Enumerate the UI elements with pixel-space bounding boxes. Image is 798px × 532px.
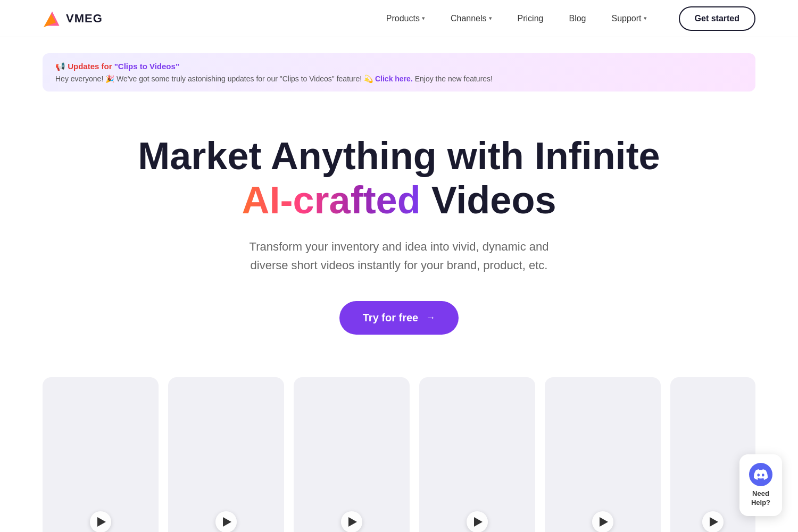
- nav-link-products[interactable]: Products ▾: [376, 10, 436, 28]
- play-button-6[interactable]: [702, 511, 724, 532]
- nav-links: Products ▾ Channels ▾ Pricing Blog Suppo…: [376, 10, 658, 28]
- video-grid: [0, 367, 798, 532]
- arrow-right-icon: →: [426, 312, 435, 323]
- nav-cta: Get started: [679, 6, 755, 31]
- nav-item-blog[interactable]: Blog: [558, 10, 596, 28]
- announcement-banner[interactable]: 📢 Updates for "Clips to Videos" Hey ever…: [43, 53, 755, 92]
- discord-label: NeedHelp?: [751, 489, 770, 508]
- announcement-body: Hey everyone! 🎉 We've got some truly ast…: [55, 74, 743, 83]
- video-card-4: [419, 377, 535, 532]
- hero-section: Market Anything with Infinite AI-crafted…: [0, 92, 798, 367]
- video-card-3: [294, 377, 410, 532]
- nav-item-products[interactable]: Products ▾: [376, 10, 436, 28]
- video-card-5: [545, 377, 661, 532]
- announcement-title: 📢 Updates for "Clips to Videos": [55, 62, 743, 71]
- discord-icon: [749, 463, 772, 486]
- nav-link-support[interactable]: Support ▾: [601, 10, 657, 28]
- nav-item-channels[interactable]: Channels ▾: [440, 10, 503, 28]
- announcement-click-link[interactable]: Click here.: [375, 74, 413, 83]
- announcement-icon: 📢: [55, 62, 65, 71]
- chevron-down-icon: ▾: [422, 15, 425, 22]
- try-for-free-button[interactable]: Try for free →: [339, 301, 459, 335]
- nav-item-pricing[interactable]: Pricing: [507, 10, 554, 28]
- logo-icon: [43, 9, 62, 28]
- play-button-3[interactable]: [341, 511, 362, 532]
- get-started-button[interactable]: Get started: [679, 6, 755, 31]
- navbar: VMEG Products ▾ Channels ▾ Pricing Blog: [0, 0, 798, 37]
- play-button-5[interactable]: [592, 511, 613, 532]
- nav-item-support[interactable]: Support ▾: [601, 10, 657, 28]
- video-card-1: [43, 377, 159, 532]
- discord-widget[interactable]: NeedHelp?: [739, 454, 782, 516]
- nav-link-pricing[interactable]: Pricing: [507, 10, 554, 28]
- video-card-2: [168, 377, 284, 532]
- nav-link-blog[interactable]: Blog: [558, 10, 596, 28]
- hero-subtext: Transform your inventory and idea into v…: [245, 237, 553, 275]
- play-button-1[interactable]: [90, 511, 111, 532]
- play-button-2[interactable]: [215, 511, 237, 532]
- play-button-4[interactable]: [467, 511, 488, 532]
- chevron-down-icon: ▾: [644, 15, 647, 22]
- nav-link-channels[interactable]: Channels ▾: [440, 10, 503, 28]
- hero-heading: Market Anything with Infinite AI-crafted…: [43, 134, 755, 222]
- logo-link[interactable]: VMEG: [43, 9, 103, 28]
- logo-text: VMEG: [66, 12, 103, 26]
- chevron-down-icon: ▾: [489, 15, 492, 22]
